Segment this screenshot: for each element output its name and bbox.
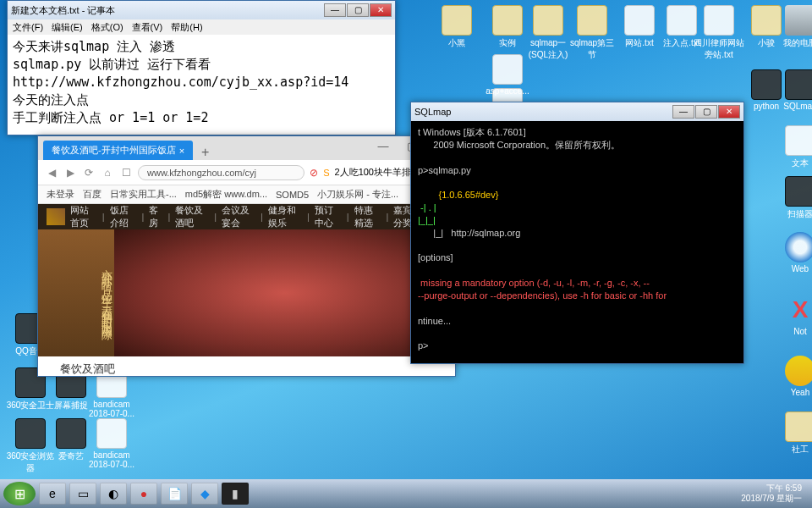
menu-item[interactable]: 编辑(E) (52, 21, 83, 33)
tab-close-icon[interactable]: × (179, 146, 184, 156)
desktop-icon[interactable]: Web (775, 232, 812, 273)
desktop-icon[interactable]: 社工 (775, 411, 812, 456)
close-button[interactable]: ✕ (718, 105, 740, 119)
nav-link[interactable]: 会议及宴会 (222, 204, 255, 229)
icon-label: Yeah (775, 388, 812, 397)
nav-link[interactable]: 健身和娱乐 (268, 204, 302, 229)
notepad-title: 新建文本文档.txt - 记事本 (11, 4, 324, 17)
taskbar-notepad-icon[interactable]: 📄 (161, 483, 188, 505)
icon-label: 文本 (775, 157, 812, 169)
menu-item[interactable]: 格式(O) (91, 21, 123, 33)
hero-image (114, 229, 455, 356)
notepad-menubar: 文件(F)编辑(E)格式(O)查看(V)帮助(H) (8, 19, 395, 35)
notepad-titlebar[interactable]: 新建文本文档.txt - 记事本 — ▢ ✕ (8, 1, 395, 19)
icon-label: 我的电脑 (775, 37, 812, 49)
bookmark-item[interactable]: 未登录 (47, 188, 74, 201)
forward-icon[interactable]: ▶ (63, 167, 77, 179)
vertical-banner: 亦静亦喧 品位生 盡在開封中州國際 (38, 229, 114, 356)
icon-label: Web (775, 264, 812, 273)
bookmark-item[interactable]: 百度 (83, 188, 102, 201)
bookmark-item[interactable]: SOMD5 (276, 190, 309, 200)
icon-label: 四川律师网站旁站.txt (694, 37, 744, 61)
site-logo[interactable] (47, 208, 65, 225)
menu-item[interactable]: 查看(V) (132, 21, 163, 33)
icon-label: bandicam 2018-07-0... (86, 400, 137, 418)
minimize-button[interactable]: — (324, 3, 346, 17)
bookmark-item[interactable]: md5解密 www.dm... (185, 188, 267, 201)
system-clock[interactable]: 下午 6:59 2018/7/9 星期一 (741, 483, 809, 504)
desktop-icon[interactable]: 扫描器 (775, 176, 812, 220)
icon-label: Not (775, 327, 812, 336)
maximize-button[interactable]: ▢ (695, 105, 717, 119)
icon-label: SQLmap (775, 102, 812, 111)
start-button[interactable]: ⊞ (3, 482, 36, 505)
nav-link[interactable]: 客房 (149, 204, 162, 229)
reload-icon[interactable]: ⟳ (82, 167, 96, 179)
desktop-icon[interactable]: sqlmap一(SQL注入) (523, 5, 573, 61)
icon-label: 社工 (775, 444, 812, 456)
console-output[interactable]: t Windows [版本 6.1.7601] 2009 Microsoft C… (411, 121, 743, 363)
page-content: 网站首页|饭店介绍|客房|餐饮及酒吧|会议及宴会|健身和娱乐|预订中心|特惠精选… (38, 204, 455, 376)
browser-window: 餐饮及酒吧-开封中州国际饭店 × + — ▢ ✕ ◀ ▶ ⟳ ⌂ ☐ www.k… (37, 135, 456, 377)
home-icon[interactable]: ⌂ (101, 167, 114, 179)
desktop-icon[interactable]: 文本 (775, 125, 812, 169)
close-button[interactable]: ✕ (370, 3, 392, 17)
icon-label: 小黑 (431, 37, 482, 49)
console-title: SQLmap (414, 107, 672, 117)
menu-item[interactable]: 帮助(H) (171, 21, 202, 33)
nav-link[interactable]: 预订中心 (315, 204, 342, 229)
bookmark-icon[interactable]: ☐ (119, 167, 133, 179)
taskbar: ⊞ e ▭ ◐ ● 📄 ◆ ▮ 下午 6:59 2018/7/9 星期一 (0, 479, 812, 508)
console-window: SQLmap — ▢ ✕ t Windows [版本 6.1.7601] 200… (410, 102, 744, 364)
taskbar-chrome-icon[interactable]: ◐ (100, 483, 127, 505)
notepad-window: 新建文本文档.txt - 记事本 — ▢ ✕ 文件(F)编辑(E)格式(O)查看… (7, 0, 396, 135)
minimize-button[interactable]: — (369, 140, 398, 157)
nav-link[interactable]: 饭店介绍 (110, 204, 137, 229)
icon-label: bandicam 2018-07-0... (86, 450, 137, 469)
desktop-icon[interactable]: sqlmap第三节 (567, 5, 617, 61)
bookmark-item[interactable]: 日常实用工具-... (110, 188, 177, 201)
taskbar-explorer-icon[interactable]: ▭ (69, 483, 96, 505)
bookmark-item[interactable]: 小刀娱乐网 - 专注... (317, 188, 398, 201)
taskbar-cmd-icon[interactable]: ▮ (222, 483, 249, 505)
desktop-icon[interactable]: bandicam 2018-07-0... (86, 418, 137, 469)
section-title: 餐饮及酒吧 (38, 356, 455, 376)
taskbar-ie-icon[interactable]: e (39, 483, 66, 505)
console-titlebar[interactable]: SQLmap — ▢ ✕ (411, 102, 743, 121)
nav-link[interactable]: 餐饮及酒吧 (175, 204, 209, 229)
taskbar-browser-icon[interactable]: ◆ (191, 483, 218, 505)
icon-label: sqlmap第三节 (567, 37, 617, 61)
desktop-icon[interactable]: XNot (775, 295, 812, 336)
desktop-icon[interactable]: 小黑 (431, 5, 482, 49)
desktop: 小黑实例sqlmap一(SQL注入)sqlmap第三节网站.txt注入点.txt… (0, 0, 812, 508)
browser-addressbar: ◀ ▶ ⟳ ⌂ ☐ www.kfzhongzhou.com/cyj ⊘ S 2人… (38, 160, 455, 185)
url-input[interactable]: www.kfzhongzhou.com/cyj (138, 165, 304, 180)
site-nav: 网站首页|饭店介绍|客房|餐饮及酒吧|会议及宴会|健身和娱乐|预订中心|特惠精选… (38, 204, 455, 229)
new-tab-button[interactable]: + (193, 145, 217, 160)
desktop-icon[interactable]: 我的电脑 (775, 5, 812, 49)
desktop-icon[interactable]: Yeah (775, 356, 812, 397)
tab-title: 餐饮及酒吧-开封中州国际饭店 (52, 144, 176, 157)
nav-link[interactable]: 网站首页 (70, 204, 97, 229)
search-hint: 2人吃100块牛羊排 (335, 166, 411, 179)
back-icon[interactable]: ◀ (45, 167, 58, 179)
maximize-button[interactable]: ▢ (347, 3, 369, 17)
bookmark-bar: 未登录百度日常实用工具-...md5解密 www.dm...SOMD5小刀娱乐网… (38, 185, 455, 204)
minimize-button[interactable]: — (672, 105, 694, 119)
icon-label: 扫描器 (775, 208, 812, 220)
taskbar-record-icon[interactable]: ● (130, 483, 157, 505)
notepad-body[interactable]: 今天来讲sqlmap 注入 渗透 sqlmap.py 以前讲过 运行下看看 ht… (8, 35, 395, 130)
nav-link[interactable]: 特惠精选 (354, 204, 381, 229)
menu-item[interactable]: 文件(F) (13, 21, 43, 33)
browser-tabbar: 餐饮及酒吧-开封中州国际饭店 × + — ▢ ✕ (38, 136, 455, 160)
desktop-icon[interactable]: SQLmap (775, 69, 812, 111)
desktop-icon[interactable]: 四川律师网站旁站.txt (694, 5, 744, 61)
browser-tab[interactable]: 餐饮及酒吧-开封中州国际饭店 × (43, 141, 193, 160)
